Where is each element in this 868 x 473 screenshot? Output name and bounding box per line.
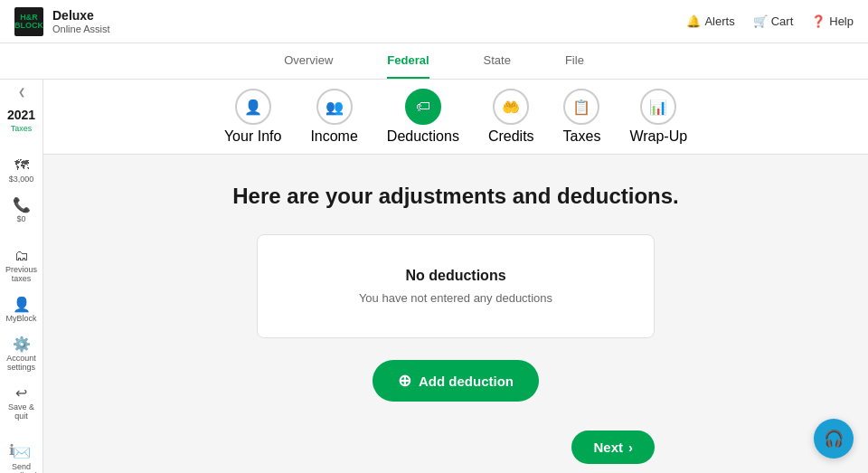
- card-subtitle: You have not entered any deductions: [276, 291, 636, 305]
- logo-text: H&RBLOCK: [14, 14, 43, 30]
- taxes-icon: 📋: [563, 89, 599, 125]
- step-credits[interactable]: 🤲 Credits: [488, 89, 534, 145]
- tab-overview[interactable]: Overview: [284, 43, 333, 79]
- save-quit-icon: ↩: [15, 386, 27, 401]
- feedback-label: Send Feedback: [4, 462, 40, 473]
- sidebar-item-feedback[interactable]: ✉️ Send Feedback: [2, 440, 42, 473]
- next-button[interactable]: Next ›: [571, 430, 655, 464]
- sidebar-item-myblock[interactable]: 👤 MyBlock: [2, 292, 42, 328]
- step-wrap-up[interactable]: 📊 Wrap-Up: [629, 89, 687, 145]
- main-layout: ❮ 2021 Taxes 🗺 $3,000 📞 $0 🗂 Previous ta…: [0, 80, 868, 473]
- refund-label: $3,000: [9, 175, 34, 184]
- income-icon: 👥: [316, 89, 353, 125]
- deductions-label: Deductions: [387, 128, 459, 145]
- sidebar-item-settings[interactable]: ⚙️ Account settings: [2, 332, 42, 377]
- mail-icon: ✉️: [13, 446, 31, 460]
- help-button[interactable]: ❓ Help: [811, 14, 854, 28]
- step-income[interactable]: 👥 Income: [310, 89, 357, 145]
- credits-label: Credits: [488, 128, 534, 145]
- your-info-icon: 👤: [235, 89, 271, 125]
- logo-area: H&RBLOCK Deluxe Online Assist: [14, 7, 110, 36]
- taxes-label: Taxes: [11, 124, 33, 133]
- settings-label: Account settings: [4, 354, 40, 372]
- alerts-button[interactable]: 🔔 Alerts: [686, 14, 734, 28]
- bell-icon: 🔔: [686, 14, 701, 28]
- wrap-up-icon: 📊: [640, 89, 676, 125]
- step-taxes[interactable]: 📋 Taxes: [563, 89, 601, 145]
- headset-icon: 🎧: [824, 429, 844, 449]
- chevron-right-icon: ›: [628, 440, 633, 455]
- right-panel: 👤 Your Info 👥 Income 🏷 Deductions 🤲 Cred…: [43, 80, 868, 473]
- nav-actions: 🔔 Alerts 🛒 Cart ❓ Help: [686, 14, 854, 28]
- step-deductions[interactable]: 🏷 Deductions: [387, 89, 459, 145]
- top-nav: H&RBLOCK Deluxe Online Assist 🔔 Alerts 🛒…: [0, 0, 868, 43]
- alerts-label: Alerts: [704, 14, 734, 28]
- tab-file[interactable]: File: [565, 43, 584, 79]
- user-icon: 👤: [13, 298, 31, 312]
- help-label: Help: [829, 14, 854, 28]
- folder-icon: 🗂: [14, 249, 29, 263]
- info-icon[interactable]: ℹ: [9, 441, 14, 459]
- sidebar-item-save-quit[interactable]: ↩ Save & quit: [2, 381, 42, 426]
- deductions-card: No deductions You have not entered any d…: [257, 234, 655, 338]
- gear-icon: ⚙️: [13, 337, 31, 352]
- income-label: Income: [310, 128, 357, 145]
- content-area: Here are your adjustments and deductions…: [43, 155, 868, 473]
- add-deduction-button[interactable]: ⊕ Add deduction: [373, 360, 539, 402]
- product-info: Deluxe Online Assist: [52, 8, 110, 34]
- owe-label: $0: [16, 214, 25, 223]
- next-btn-row: Next ›: [257, 430, 655, 464]
- myblock-label: MyBlock: [5, 314, 36, 323]
- phone-icon: 📞: [13, 198, 31, 213]
- wrap-up-label: Wrap-Up: [629, 128, 687, 145]
- add-deduction-label: Add deduction: [419, 374, 514, 389]
- cart-icon: 🛒: [753, 14, 768, 28]
- logo-icon: H&RBLOCK: [14, 7, 43, 36]
- save-quit-label: Save & quit: [4, 402, 40, 421]
- main-tab-bar: Overview Federal State File: [0, 43, 868, 80]
- credits-icon: 🤲: [493, 89, 529, 125]
- plus-icon: ⊕: [398, 371, 411, 391]
- sidebar: ❮ 2021 Taxes 🗺 $3,000 📞 $0 🗂 Previous ta…: [0, 80, 43, 473]
- sidebar-year[interactable]: 2021 Taxes: [2, 102, 42, 138]
- tab-federal[interactable]: Federal: [387, 43, 429, 79]
- sidebar-item-owe[interactable]: 📞 $0: [2, 193, 42, 229]
- product-name: Deluxe: [52, 8, 110, 24]
- sidebar-collapse-button[interactable]: ❮: [18, 87, 25, 97]
- help-chat-button[interactable]: 🎧: [814, 419, 854, 459]
- sidebar-item-previous[interactable]: 🗂 Previous taxes: [2, 243, 42, 289]
- refund-icon: 🗺: [14, 158, 29, 173]
- year-label: 2021: [7, 108, 35, 122]
- tab-state[interactable]: State: [484, 43, 511, 79]
- help-circle-icon: ❓: [811, 14, 826, 28]
- step-icons-bar: 👤 Your Info 👥 Income 🏷 Deductions 🤲 Cred…: [43, 80, 868, 155]
- page-title: Here are your adjustments and deductions…: [232, 184, 678, 209]
- cart-button[interactable]: 🛒 Cart: [753, 14, 794, 28]
- step-your-info[interactable]: 👤 Your Info: [224, 89, 281, 145]
- taxes-label: Taxes: [563, 128, 601, 145]
- your-info-label: Your Info: [224, 128, 281, 145]
- previous-label: Previous taxes: [4, 265, 40, 283]
- cart-label: Cart: [771, 14, 794, 28]
- deductions-icon: 🏷: [405, 89, 441, 125]
- card-title: No deductions: [276, 268, 636, 284]
- next-label: Next: [593, 440, 623, 455]
- sidebar-item-refund[interactable]: 🗺 $3,000: [2, 153, 42, 189]
- product-sub: Online Assist: [52, 24, 110, 34]
